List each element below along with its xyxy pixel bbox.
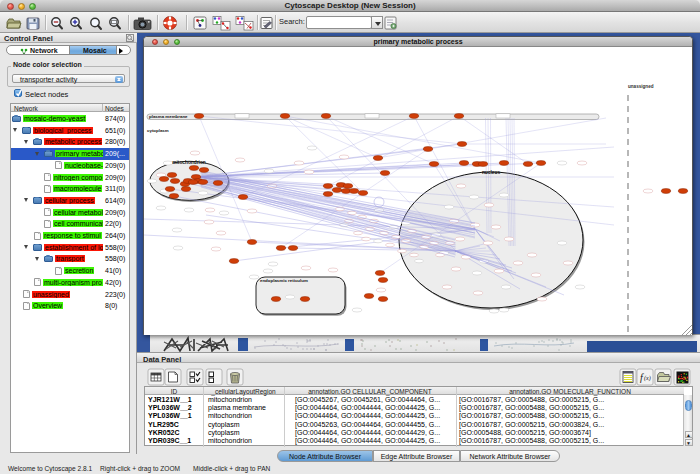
svg-text:unassigned: unassigned bbox=[628, 84, 654, 89]
svg-text:endoplasmic reticulum: endoplasmic reticulum bbox=[260, 278, 308, 283]
svg-text:nucleus: nucleus bbox=[482, 170, 500, 175]
svg-text:cytoplasm: cytoplasm bbox=[147, 128, 169, 133]
svg-text:(x): (x) bbox=[644, 375, 651, 382]
svg-text:plasma membrane: plasma membrane bbox=[149, 114, 188, 119]
svg-text:mitochondrion: mitochondrion bbox=[172, 160, 206, 165]
